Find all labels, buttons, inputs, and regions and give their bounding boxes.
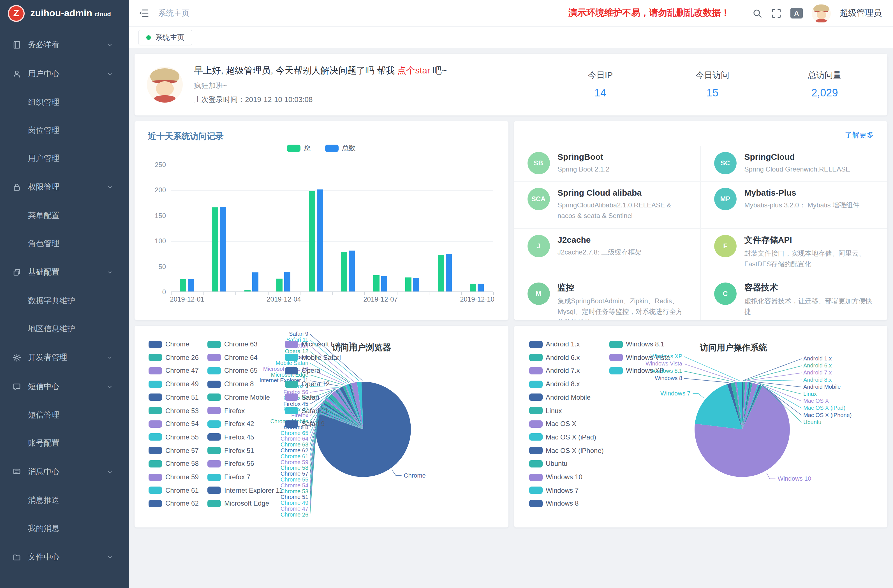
feature-1[interactable]: SCSpringCloudSpring Cloud Greenwich.RELE… [701,146,888,182]
legend-Android 8.x[interactable]: Android 8.x [529,380,580,388]
bar-总数-2019-12-07[interactable] [381,276,387,292]
bar-您-2019-12-01[interactable] [180,279,186,292]
sidebar-subitem[interactable]: 用户管理 [0,144,129,173]
legend-Android 6.x[interactable]: Android 6.x [529,353,580,361]
legend-Chrome 58[interactable]: Chrome 58 [149,460,199,468]
feature-4[interactable]: JJ2cacheJ2cache2.7.8: 二级缓存框架 [514,229,701,276]
sidebar-subitem[interactable]: 数据字典维护 [0,287,129,315]
feature-6[interactable]: M监控集成SpringBootAdmin、Zipkin、Redis、Mysql、… [514,276,701,320]
fullscreen-icon[interactable] [771,8,782,18]
bar-您-2019-12-07[interactable] [373,275,379,292]
legend-Chrome 61[interactable]: Chrome 61 [149,486,199,494]
sidebar-item-3[interactable]: 基础配置 [0,258,129,287]
learn-more-link[interactable]: 了解更多 [845,130,874,140]
legend-Android 1.x[interactable]: Android 1.x [529,340,580,348]
legend-item-总数[interactable]: 总数 [325,143,356,153]
legend-Chrome Mobile[interactable]: Chrome Mobile [207,394,270,402]
username[interactable]: 超级管理员 [840,8,882,18]
legend-Opera[interactable]: Opera [285,367,320,375]
bar-您-2019-12-10[interactable] [470,284,476,292]
legend-Chrome 8[interactable]: Chrome 8 [207,380,254,388]
sidebar-subitem[interactable]: 我的消息 [0,514,129,543]
bar-总数-2019-12-06[interactable] [349,251,355,292]
legend-Mac OS X (iPad)[interactable]: Mac OS X (iPad) [529,433,596,441]
sidebar-item-0[interactable]: 务必详看 [0,30,129,59]
legend-item-您[interactable]: 您 [287,143,311,153]
stat-value[interactable]: 14 [544,87,657,99]
legend-Internet Explorer 11[interactable]: Internet Explorer 11 [207,486,283,494]
legend-Chrome 64[interactable]: Chrome 64 [207,353,258,361]
sidebar-subitem[interactable]: 组织管理 [0,89,129,117]
legend-Firefox 56[interactable]: Firefox 56 [207,460,254,468]
font-size-icon[interactable]: A [791,8,803,18]
legend-Safari[interactable]: Safari [285,394,319,402]
legend-Android 7.x[interactable]: Android 7.x [529,367,580,375]
legend-Linux[interactable]: Linux [529,407,562,415]
legend-Chrome 26[interactable]: Chrome 26 [149,353,199,361]
sidebar-subitem[interactable]: 消息推送 [0,487,129,514]
legend-Firefox 42[interactable]: Firefox 42 [207,420,254,428]
user-avatar[interactable] [812,4,831,23]
legend-Chrome[interactable]: Chrome [149,340,189,348]
feature-7[interactable]: C容器技术虚拟化容器技术，让迁移、部署更加方便快捷 [701,276,888,320]
sidebar-item-5[interactable]: 短信中心 [0,372,129,402]
legend-Mobile Safari[interactable]: Mobile Safari [285,353,341,361]
feature-0[interactable]: SBSpringBootSpring Boot 2.1.2 [514,146,701,182]
legend-Chrome 65[interactable]: Chrome 65 [207,367,258,375]
legend-Ubuntu[interactable]: Ubuntu [529,460,567,468]
sidebar-item-6[interactable]: 消息中心 [0,457,129,487]
feature-3[interactable]: MPMybatis-PlusMybatis-plus 3.2.0： Mybati… [701,182,888,229]
legend-Microsoft Edge 16[interactable]: Microsoft Edge 16 [285,340,356,348]
sidebar-item-4[interactable]: 开发者管理 [0,343,129,372]
legend-Chrome 54[interactable]: Chrome 54 [149,420,199,428]
legend-Windows 8[interactable]: Windows 8 [529,500,579,508]
bar-总数-2019-12-03[interactable] [252,272,259,292]
legend-Firefox 51[interactable]: Firefox 51 [207,447,254,454]
sidebar-subitem[interactable]: 菜单配置 [0,202,129,230]
sidebar-item-2[interactable]: 权限管理 [0,173,129,202]
bar-总数-2019-12-02[interactable] [220,207,226,292]
bar-总数-2019-12-08[interactable] [413,278,419,292]
bar-您-2019-12-09[interactable] [438,255,444,292]
legend-Windows 10[interactable]: Windows 10 [529,473,582,481]
bar-总数-2019-12-05[interactable] [317,190,323,292]
legend-Windows 8.1[interactable]: Windows 8.1 [609,340,664,348]
legend-Chrome 47[interactable]: Chrome 47 [149,367,199,375]
legend-Chrome 59[interactable]: Chrome 59 [149,473,199,481]
bar-您-2019-12-02[interactable] [212,208,218,292]
legend-Firefox 7[interactable]: Firefox 7 [207,473,250,481]
legend-Android Mobile[interactable]: Android Mobile [529,394,591,402]
legend-Chrome 53[interactable]: Chrome 53 [149,407,199,415]
bar-您-2019-12-08[interactable] [406,277,412,292]
sidebar-item-1[interactable]: 用户中心 [0,59,129,89]
legend-Opera 12[interactable]: Opera 12 [285,380,329,388]
stat-value[interactable]: 2,029 [768,87,881,99]
legend-Mac OS X[interactable]: Mac OS X [529,420,576,428]
legend-Windows XP[interactable]: Windows XP [609,367,664,375]
legend-Microsoft Edge[interactable]: Microsoft Edge [207,500,269,508]
legend-Chrome 57[interactable]: Chrome 57 [149,447,199,454]
legend-Firefox[interactable]: Firefox [207,407,245,415]
bar-总数-2019-12-04[interactable] [284,272,291,292]
feature-5[interactable]: F文件存储API封装文件接口，实现本地存储、阿里云、FastDFS存储的配置化 [701,229,888,276]
legend-Mac OS X (iPhone)[interactable]: Mac OS X (iPhone) [529,447,604,454]
legend-Firefox 45[interactable]: Firefox 45 [207,433,254,441]
bar-您-2019-12-03[interactable] [244,290,251,292]
star-link[interactable]: 点个star [397,65,430,75]
bar-您-2019-12-05[interactable] [309,191,315,292]
bar-您-2019-12-04[interactable] [277,279,283,292]
search-icon[interactable] [752,8,762,18]
legend-Safari 9[interactable]: Safari 9 [285,420,325,428]
sidebar-subitem[interactable]: 岗位管理 [0,117,129,144]
bar-总数-2019-12-09[interactable] [446,254,452,292]
sidebar-subitem[interactable]: 账号配置 [0,429,129,457]
legend-Chrome 62[interactable]: Chrome 62 [149,500,199,508]
feature-2[interactable]: SCASpring Cloud alibabaSpringCloudAlibab… [514,182,701,229]
bar-您-2019-12-06[interactable] [341,252,347,292]
legend-Chrome 63[interactable]: Chrome 63 [207,340,258,348]
legend-Chrome 55[interactable]: Chrome 55 [149,433,199,441]
breadcrumb[interactable]: 系统主页 [158,8,189,18]
sidebar-subitem[interactable]: 角色管理 [0,230,129,258]
legend-Safari 11[interactable]: Safari 11 [285,407,328,415]
sidebar-subitem[interactable]: 短信管理 [0,402,129,429]
